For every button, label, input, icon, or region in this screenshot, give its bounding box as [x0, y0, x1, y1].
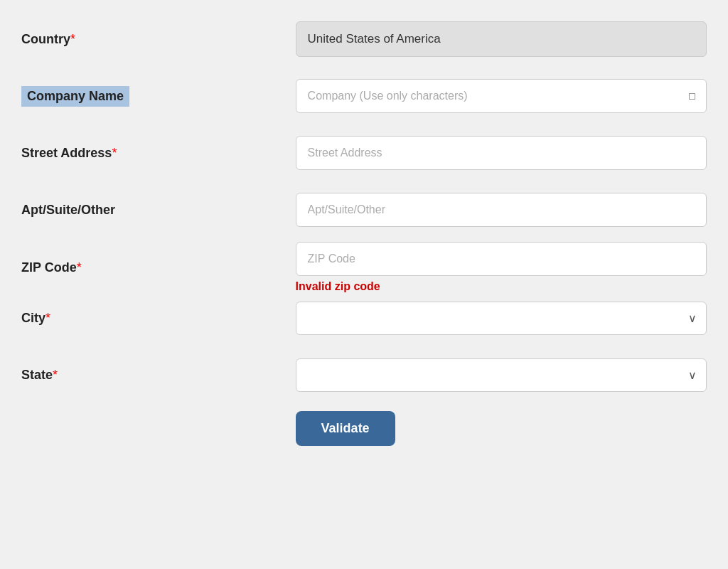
company-name-row: Company Name 🗆: [21, 71, 707, 121]
zip-code-input[interactable]: [296, 242, 707, 276]
company-name-input-col: 🗆: [296, 79, 707, 113]
state-input-col: [296, 358, 707, 392]
street-address-label: Street Address: [21, 146, 112, 160]
country-input-col: United States of America: [296, 21, 707, 57]
company-name-label: Company Name: [21, 86, 129, 107]
street-address-row: Street Address*: [21, 128, 707, 178]
state-select-wrapper: [296, 358, 707, 392]
city-label: City: [21, 311, 46, 325]
zip-code-required-star: *: [77, 260, 82, 275]
city-required-star: *: [46, 311, 50, 325]
state-label: State: [21, 368, 53, 382]
state-label-col: State*: [21, 368, 296, 383]
company-name-label-col: Company Name: [21, 86, 296, 107]
apt-suite-label: Apt/Suite/Other: [21, 203, 115, 217]
city-select-wrapper: [296, 302, 707, 335]
state-required-star: *: [53, 368, 58, 382]
street-address-required-star: *: [112, 146, 117, 160]
apt-suite-row: Apt/Suite/Other: [21, 185, 707, 235]
state-row: State*: [21, 350, 707, 400]
zip-code-label-col: ZIP Code*: [21, 260, 296, 275]
street-address-label-col: Street Address*: [21, 146, 296, 161]
country-label: Country: [21, 32, 70, 46]
zip-code-input-col: Invalid zip code: [296, 242, 707, 293]
city-input-col: [296, 302, 707, 335]
street-address-input[interactable]: [296, 136, 707, 170]
zip-error-message: Invalid zip code: [296, 280, 707, 293]
validate-button[interactable]: Validate: [296, 411, 395, 446]
street-address-input-col: [296, 136, 707, 170]
country-value: United States of America: [296, 21, 707, 57]
apt-suite-label-col: Apt/Suite/Other: [21, 203, 296, 218]
company-name-input[interactable]: [296, 79, 707, 113]
country-row: Country* United States of America: [21, 14, 707, 64]
city-label-col: City*: [21, 311, 296, 326]
zip-code-label: ZIP Code: [21, 260, 77, 275]
country-required-star: *: [70, 32, 75, 46]
address-form: Country* United States of America Compan…: [21, 14, 707, 450]
apt-suite-input[interactable]: [296, 193, 707, 227]
company-input-wrapper: 🗆: [296, 79, 707, 113]
city-select[interactable]: [296, 302, 707, 335]
validate-row: Validate: [21, 407, 707, 450]
company-icon: 🗆: [687, 90, 698, 102]
apt-suite-input-col: [296, 193, 707, 227]
zip-code-row: ZIP Code* Invalid zip code: [21, 242, 707, 293]
country-label-col: Country*: [21, 32, 296, 47]
state-select[interactable]: [296, 358, 707, 392]
city-row: City*: [21, 293, 707, 343]
